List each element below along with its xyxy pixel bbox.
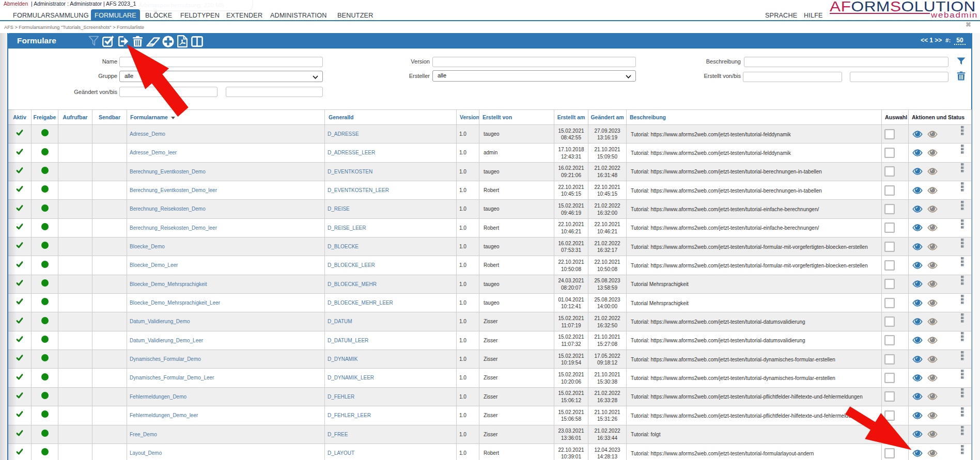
svg-text:webadmin: webadmin — [930, 10, 978, 19]
